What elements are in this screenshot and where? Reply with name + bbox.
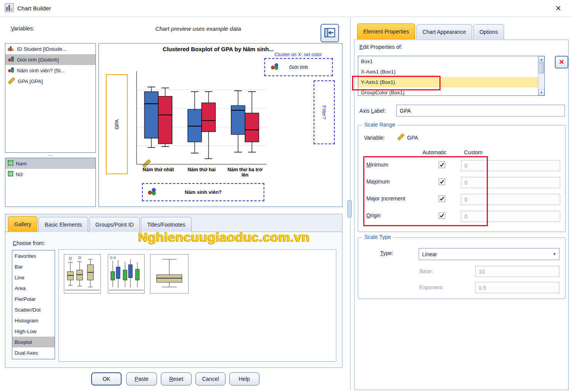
minimum-automatic-checkbox[interactable] bbox=[439, 162, 445, 168]
one-d-boxplot-icon bbox=[150, 255, 188, 293]
axis-label-input[interactable] bbox=[396, 105, 565, 117]
ruler-icon bbox=[8, 77, 15, 86]
paste-button[interactable]: Paste bbox=[126, 372, 157, 385]
check-icon bbox=[439, 196, 444, 201]
element-item-groupcolor[interactable]: GroupColor (Box1) bbox=[358, 87, 538, 96]
variable-item-gioi-tinh[interactable]: Giới tính [Gioitinh] bbox=[5, 54, 95, 65]
legend-dropzone[interactable]: Giới tính bbox=[264, 58, 333, 76]
variable-item-nam-sinh-vien[interactable]: Năm sinh viên? [St... bbox=[5, 65, 95, 76]
category-table-icon bbox=[8, 160, 13, 167]
x-axis-dropzone[interactable]: Năm sinh viên? bbox=[142, 183, 264, 201]
tab-titles-footnotes[interactable]: Titles/Footnotes bbox=[141, 217, 191, 232]
variable-label: Năm sinh viên? [St... bbox=[17, 68, 65, 73]
base-label: Base: bbox=[419, 268, 433, 274]
major-increment-custom-input bbox=[461, 194, 560, 205]
gallery-type-bar[interactable]: Bar bbox=[12, 261, 55, 272]
simple-boxplot-icon bbox=[64, 255, 100, 293]
variable-label: GPA [GPA] bbox=[18, 78, 43, 84]
gallery-type-favorites[interactable]: Favorites bbox=[12, 250, 55, 261]
variable-row-label: Variable: bbox=[364, 135, 385, 141]
ruler-icon bbox=[397, 133, 405, 142]
help-button[interactable]: Help bbox=[229, 372, 259, 385]
gallery-type-boxplot[interactable]: Boxplot bbox=[12, 337, 55, 347]
cluster-hint-label: Cluster on X: set color bbox=[264, 52, 333, 57]
base-input bbox=[475, 266, 559, 277]
scrollbar-thumb[interactable] bbox=[539, 63, 544, 73]
variable-item-id-student[interactable]: ID Student [IDstude... bbox=[5, 43, 95, 54]
boxplot-preview-chart: Năm thứ nhấtNăm thứ haiNăm thứ ba trởlên bbox=[131, 70, 270, 190]
elements-scrollbar[interactable]: ▲ ▼ bbox=[538, 56, 544, 95]
custom-column-header: Custom bbox=[464, 149, 483, 155]
filter-dropzone-label: Filter? bbox=[321, 105, 327, 119]
check-icon bbox=[439, 179, 444, 184]
nominal-icon bbox=[270, 63, 279, 71]
svg-text:Năm thứ ba trởlên: Năm thứ ba trởlên bbox=[227, 167, 262, 178]
pane-toggle-button[interactable] bbox=[321, 24, 339, 42]
origin-automatic-checkbox[interactable] bbox=[439, 212, 445, 219]
tab-chart-appearance[interactable]: Chart Appearance bbox=[416, 24, 472, 39]
automatic-column-header: Automatic bbox=[422, 149, 446, 155]
gallery-type-pie-polar[interactable]: Pie/Polar bbox=[12, 294, 55, 304]
tab-element-properties[interactable]: Element Properties bbox=[357, 23, 415, 39]
maximum-automatic-checkbox[interactable] bbox=[439, 178, 445, 185]
check-icon bbox=[439, 162, 444, 167]
preview-chart-title: Clustered Boxplot of GPA by Năm sinh... bbox=[126, 46, 311, 52]
filter-dropzone[interactable]: Filter? bbox=[314, 80, 335, 144]
nominal-icon bbox=[8, 67, 15, 74]
major-increment-label: Major Increment bbox=[366, 195, 405, 202]
nominal-icon bbox=[147, 188, 157, 197]
reset-button[interactable]: Reset bbox=[161, 372, 192, 385]
gallery-type-dual-axes[interactable]: Dual Axes bbox=[12, 347, 55, 358]
scale-type-dropdown-value: Linear bbox=[422, 251, 437, 257]
variable-label: Giới tính [Gioitinh] bbox=[17, 57, 59, 63]
maximum-custom-input bbox=[461, 177, 560, 188]
element-item-y-axis1-selected[interactable]: Y-Axis1 (Box1) bbox=[358, 77, 538, 87]
gallery-type-high-low[interactable]: High-Low bbox=[12, 326, 55, 337]
cancel-button[interactable]: Cancel bbox=[195, 372, 225, 385]
y-axis-dropzone-selected[interactable]: GPA bbox=[106, 74, 128, 174]
thumbnail-clustered-boxplot[interactable] bbox=[108, 254, 145, 294]
type-label: Type: bbox=[380, 250, 393, 256]
scale-bars-icon bbox=[8, 46, 15, 52]
element-item-box1[interactable]: Box1 bbox=[358, 56, 538, 67]
major-increment-automatic-checkbox[interactable] bbox=[439, 195, 445, 202]
tab-gallery[interactable]: Gallery bbox=[8, 216, 37, 232]
variable-item-gpa[interactable]: GPA [GPA] bbox=[5, 76, 95, 87]
category-item-nu[interactable]: Nữ bbox=[5, 169, 95, 180]
scale-type-dropdown[interactable]: Linear ▼ bbox=[419, 248, 559, 260]
chart-preview-canvas: Clustered Boxplot of GPA by Năm sinh... … bbox=[99, 43, 342, 207]
element-label: X-Axis1 (Box1) bbox=[361, 69, 396, 75]
gallery-type-histogram[interactable]: Histogram bbox=[12, 315, 55, 326]
app-icon bbox=[5, 3, 14, 13]
splitter-dots-icon[interactable]: ⋯ bbox=[5, 153, 96, 158]
element-item-x-axis1[interactable]: X-Axis1 (Box1) bbox=[358, 67, 538, 77]
delete-element-button[interactable]: ✕ bbox=[555, 56, 568, 68]
scale-range-title: Scale Range bbox=[362, 122, 397, 128]
ok-button[interactable]: OK bbox=[91, 372, 122, 385]
tab-groups-point-id[interactable]: Groups/Point ID bbox=[89, 217, 140, 232]
close-icon[interactable]: ✕ bbox=[550, 3, 566, 14]
tab-options[interactable]: Options bbox=[473, 24, 504, 39]
scroll-down-icon[interactable]: ▼ bbox=[538, 89, 544, 95]
thumbnail-1d-boxplot[interactable] bbox=[150, 254, 189, 294]
category-item-nam[interactable]: Nam bbox=[5, 158, 95, 169]
gallery-type-list: Favorites Bar Line Area Pie/Polar Scatte… bbox=[12, 250, 55, 359]
thumbnail-simple-boxplot[interactable] bbox=[64, 254, 101, 294]
scroll-up-icon[interactable]: ▲ bbox=[538, 56, 544, 62]
edit-properties-list: Box1 X-Axis1 (Box1) Y-Axis1 (Box1) Group… bbox=[358, 56, 545, 96]
legend-dropzone-label: Giới tính bbox=[289, 64, 308, 70]
element-label: Y-Axis1 (Box1) bbox=[361, 79, 395, 85]
element-label: Box1 bbox=[361, 58, 373, 64]
variable-row-value: GPA bbox=[407, 135, 418, 141]
variables-label: Variables: bbox=[11, 25, 34, 32]
gallery-type-area[interactable]: Area bbox=[12, 283, 55, 294]
gallery-type-scatter-dot[interactable]: Scatter/Dot bbox=[12, 304, 55, 315]
gallery-type-line[interactable]: Line bbox=[12, 272, 55, 283]
panel-splitter-handle[interactable] bbox=[347, 200, 352, 218]
minimum-custom-input bbox=[461, 160, 560, 171]
origin-label: Origin bbox=[366, 212, 381, 219]
tab-basic-elements[interactable]: Basic Elements bbox=[38, 217, 88, 232]
exponent-label: Exponent: bbox=[419, 284, 444, 290]
choose-from-label: Choose from: bbox=[13, 240, 45, 246]
check-icon bbox=[439, 213, 444, 218]
